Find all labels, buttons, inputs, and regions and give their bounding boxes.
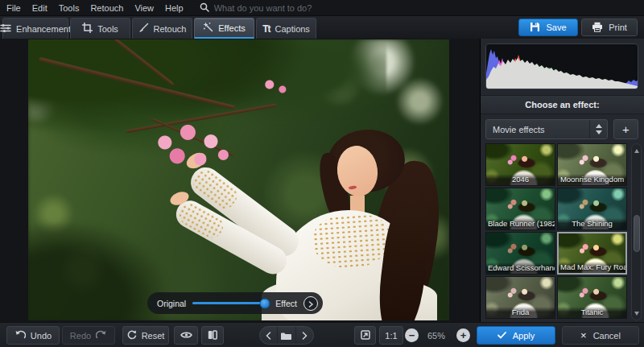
menu-help[interactable]: Help bbox=[165, 3, 184, 13]
cancel-button[interactable]: × Cancel bbox=[562, 326, 639, 345]
fit-to-screen-button[interactable] bbox=[354, 326, 376, 345]
zoom-level[interactable]: 65% bbox=[422, 326, 451, 345]
menu-retouch[interactable]: Retouch bbox=[90, 3, 123, 13]
add-effect-button[interactable]: + bbox=[613, 119, 638, 139]
effect-thumb-moonrise-kingdom[interactable]: Moonrise Kingdom bbox=[557, 143, 627, 186]
zoom-out-button[interactable]: − bbox=[401, 326, 423, 345]
compare-track[interactable] bbox=[192, 302, 269, 304]
effect-category-select[interactable]: Movie effects bbox=[485, 119, 608, 139]
tab-captions-label: Captions bbox=[275, 24, 309, 34]
undo-button[interactable]: Undo bbox=[6, 326, 60, 345]
bottom-toolbar: Undo Redo Reset bbox=[0, 322, 644, 347]
tab-retouch[interactable]: Retouch bbox=[132, 18, 192, 39]
before-after-button[interactable] bbox=[201, 326, 224, 345]
flowers-cluster bbox=[149, 120, 237, 176]
tab-tools[interactable]: Tools bbox=[70, 18, 130, 39]
undo-label: Undo bbox=[31, 331, 52, 341]
effect-thumb-mad-max-fury-road[interactable]: Mad Max: Fury Road bbox=[557, 232, 627, 275]
crop-icon bbox=[82, 23, 93, 35]
redo-label: Redo bbox=[70, 331, 91, 341]
photo-editor-window: File Edit Tools Retouch View Help Enhanc… bbox=[0, 0, 644, 347]
menu-edit[interactable]: Edit bbox=[32, 3, 47, 13]
compare-slider-handle[interactable] bbox=[259, 298, 270, 308]
save-button[interactable]: Save bbox=[518, 19, 578, 36]
tab-tools-label: Tools bbox=[97, 24, 118, 34]
redo-button[interactable]: Redo bbox=[62, 326, 115, 345]
expand-compare-button[interactable] bbox=[303, 296, 318, 311]
captions-tt-icon: Tt bbox=[262, 23, 270, 35]
effect-thumb-2046[interactable]: 2046 bbox=[485, 143, 555, 186]
effect-thumb-blade-runner[interactable]: Blade Runner (1982) bbox=[485, 188, 555, 230]
tab-effects-label: Effects bbox=[218, 23, 245, 33]
scroll-up-icon[interactable] bbox=[632, 147, 641, 155]
effect-name: Moonrise Kingdom bbox=[558, 174, 626, 185]
tab-effects[interactable]: Effects bbox=[194, 18, 254, 39]
photo-preview bbox=[28, 39, 449, 320]
preview-original-button[interactable] bbox=[174, 326, 198, 345]
apply-label: Apply bbox=[513, 331, 535, 341]
previous-photo-button[interactable] bbox=[260, 327, 277, 344]
reset-button[interactable]: Reset bbox=[122, 326, 169, 345]
canvas-area: Original Effect bbox=[0, 39, 481, 322]
compare-slider: Original Effect bbox=[147, 292, 323, 314]
spinner-up-icon bbox=[596, 124, 602, 128]
save-label: Save bbox=[546, 23, 566, 32]
effect-name: Mad Max: Fury Road bbox=[559, 262, 625, 273]
effect-category-value: Movie effects bbox=[493, 125, 545, 134]
effect-thumb-frida[interactable]: Frida bbox=[485, 276, 555, 319]
apply-button[interactable]: Apply bbox=[477, 326, 555, 345]
floppy-disk-icon bbox=[530, 22, 540, 34]
chevron-right-circle-icon bbox=[308, 296, 314, 311]
fit-screen-icon bbox=[361, 330, 370, 341]
actual-size-button[interactable]: 1:1 bbox=[379, 326, 403, 345]
flowers-small bbox=[258, 75, 295, 99]
spinner-down-icon bbox=[596, 130, 602, 134]
effects-scrollbar[interactable] bbox=[631, 143, 642, 320]
open-folder-button[interactable] bbox=[277, 327, 295, 344]
eye-icon bbox=[180, 331, 192, 341]
effect-name: Frida bbox=[486, 307, 555, 318]
tab-enhancement-label: Enhancement bbox=[16, 24, 71, 34]
histogram bbox=[485, 43, 638, 89]
choose-effect-header: Choose an effect: bbox=[481, 95, 644, 114]
effect-name: Titanic bbox=[558, 307, 626, 318]
effect-name: 2046 bbox=[486, 174, 555, 185]
search-input[interactable] bbox=[214, 3, 456, 13]
menu-tools[interactable]: Tools bbox=[59, 3, 80, 13]
select-spinner[interactable] bbox=[589, 120, 607, 138]
original-label: Original bbox=[157, 299, 186, 308]
effect-name: The Shining bbox=[558, 218, 626, 229]
scrollbar-thumb[interactable] bbox=[634, 215, 640, 252]
checkmark-icon bbox=[497, 331, 506, 341]
reset-label: Reset bbox=[142, 331, 165, 341]
tab-captions[interactable]: Tt Captions bbox=[256, 18, 316, 39]
effect-label: Effect bbox=[275, 299, 297, 308]
ratio-label: 1:1 bbox=[385, 331, 397, 341]
search-icon bbox=[200, 1, 209, 15]
tool-tab-bar: Enhancement Tools Retouch Effects bbox=[0, 16, 644, 39]
scroll-down-icon[interactable] bbox=[632, 309, 641, 317]
redo-icon bbox=[96, 330, 107, 341]
zoom-in-button[interactable]: + bbox=[452, 326, 474, 345]
tab-retouch-label: Retouch bbox=[154, 24, 187, 34]
undo-icon bbox=[14, 330, 26, 341]
effect-thumb-edward-scissorhands[interactable]: Edward Scissorhands bbox=[485, 232, 555, 275]
menu-view[interactable]: View bbox=[134, 3, 154, 13]
menu-file[interactable]: File bbox=[6, 3, 21, 13]
effects-grid: 2046 Moonrise Kingdom Blade Runner (1982… bbox=[485, 143, 629, 319]
next-photo-button[interactable] bbox=[295, 327, 313, 344]
magic-wand-icon bbox=[203, 22, 213, 34]
print-button[interactable]: Print bbox=[581, 19, 638, 36]
search-box bbox=[200, 1, 638, 15]
split-view-icon bbox=[208, 330, 217, 341]
effect-thumb-the-shining[interactable]: The Shining bbox=[557, 188, 627, 230]
tab-enhancement[interactable]: Enhancement bbox=[2, 18, 68, 39]
effects-panel: Choose an effect: Movie effects + 2046 M… bbox=[481, 39, 644, 322]
menu-bar: File Edit Tools Retouch View Help bbox=[0, 0, 644, 16]
plus-zoom-icon: + bbox=[460, 330, 467, 341]
cancel-label: Cancel bbox=[593, 331, 621, 341]
effect-thumb-titanic[interactable]: Titanic bbox=[557, 276, 627, 319]
printer-icon bbox=[592, 22, 603, 34]
effect-name: Edward Scissorhands bbox=[486, 262, 555, 274]
reset-icon bbox=[127, 330, 137, 341]
